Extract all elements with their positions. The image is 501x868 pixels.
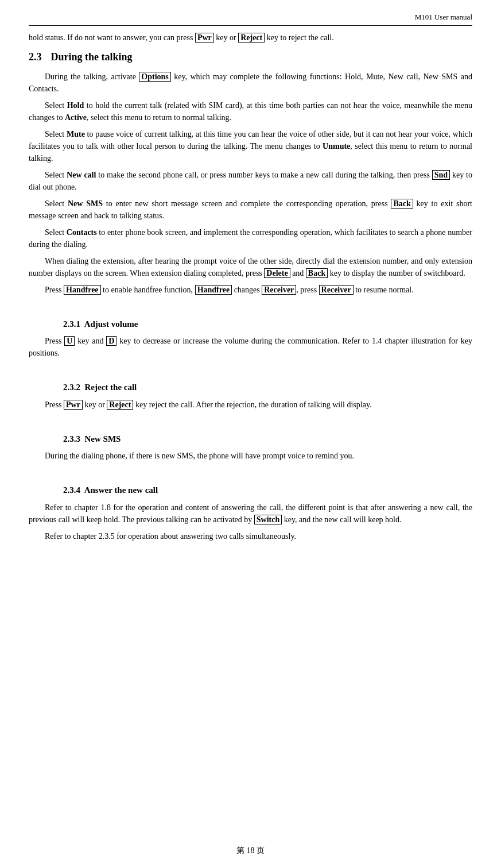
s232-p1-press: Press — [45, 400, 64, 409]
s231-p1-press: Press — [45, 337, 64, 345]
s23-p2-text2: , select this menu to return to normal t… — [87, 113, 231, 122]
page: M101 User manual hold status. If do not … — [0, 0, 501, 868]
s23-p1: During the talking, activate Options key… — [29, 71, 472, 95]
s234-p1-text2: key, and the new call will keep hold. — [282, 515, 401, 524]
intro-reject-key: Reject — [238, 33, 265, 43]
options-key: Options — [139, 72, 170, 82]
intro-middle1: key or — [214, 33, 238, 42]
footer-text: 第 18 页 — [236, 846, 265, 855]
d-key: D — [106, 336, 116, 346]
page-header: M101 User manual — [29, 11, 472, 26]
receiver-key-1: Receiver — [262, 285, 296, 295]
s234-p1: Refer to chapter 1.8 for the operation a… — [29, 501, 472, 526]
section-2-3-4-header: 2.3.4 Answer the new call — [63, 484, 472, 497]
s23-p3-select: Select — [45, 130, 67, 138]
s232-p1: Press Pwr key or Reject key reject the c… — [29, 399, 472, 411]
s23-p4-select: Select — [45, 171, 67, 179]
reject-key-1: Reject — [107, 400, 133, 410]
s23-p3: Select Mute to pause voice of current ta… — [29, 128, 472, 164]
pwr-key-1: Pwr — [64, 400, 83, 410]
s23-p5-select: Select — [45, 199, 68, 208]
intro-pwr-key: Pwr — [195, 33, 214, 43]
receiver-key-2: Receiver — [319, 285, 354, 295]
section-2-3-3-title: New SMS — [85, 434, 121, 443]
section-2-3-4-title: Answer the new call — [84, 485, 158, 495]
s23-p8-text1: to enable handfree function, — [101, 286, 195, 294]
s232-p1-text: key reject the call. After the rejection… — [133, 400, 371, 409]
s23-p6-select: Select — [45, 228, 67, 237]
delete-key: Delete — [264, 268, 290, 278]
s231-p1: Press U key and D key to decrease or inc… — [29, 335, 472, 359]
section-2-3-1-title: Adjust volume — [84, 319, 138, 329]
spacer-3 — [29, 415, 472, 423]
section-2-3-2-header: 2.3.2 Reject the call — [63, 381, 472, 394]
section-2-3-4-number: 2.3.4 — [63, 485, 80, 495]
spacer-2 — [29, 364, 472, 372]
s23-p5-newsms: New SMS — [68, 199, 103, 208]
s233-p1-text: During the dialing phone, if there is ne… — [45, 452, 354, 460]
section-2-3-1-header: 2.3.1 Adjust volume — [63, 318, 472, 331]
intro-text-before: hold status. If do not want to answer, y… — [29, 33, 195, 42]
s23-p3-unmute: Unmute — [323, 142, 350, 151]
section-2-3-2-title: Reject the call — [85, 383, 137, 392]
s23-p7-text2: key to display the number of switchboard… — [328, 269, 465, 277]
section-2-3-2-number: 2.3.2 — [63, 383, 80, 392]
s234-p2: Refer to chapter 2.3.5 for operation abo… — [29, 530, 472, 542]
snd-key: Snd — [432, 170, 450, 180]
s232-p1-or: key or — [83, 400, 107, 409]
s233-p1: During the dialing phone, if there is ne… — [29, 450, 472, 462]
u-key: U — [64, 336, 75, 346]
back-key-1: Back — [391, 199, 413, 209]
section-2-3-title: During the talking — [51, 49, 133, 65]
section-2-3-1-number: 2.3.1 — [63, 319, 80, 329]
s23-p8-changes: changes — [232, 286, 262, 294]
switch-key: Switch — [254, 515, 282, 524]
s23-p2: Select Hold to hold the current talk (re… — [29, 99, 472, 124]
header-title: M101 User manual — [415, 13, 472, 21]
s234-p1-text1: Refer to chapter 1.8 for the operation a… — [29, 503, 472, 524]
s23-p1-before: During the talking, activate — [45, 72, 139, 81]
page-footer: 第 18 页 — [0, 844, 501, 857]
s231-p1-and: key and — [75, 337, 106, 345]
intro-paragraph: hold status. If do not want to answer, y… — [29, 32, 472, 44]
handfree-key-1: Handfree — [64, 285, 101, 295]
s23-p8-press: Press — [45, 286, 64, 294]
back-key-2: Back — [306, 268, 328, 278]
handfree-key-2: Handfree — [195, 285, 232, 295]
s23-p3-mute: Mute — [67, 130, 85, 138]
s23-p2-select: Select — [45, 101, 67, 110]
s23-p4-newcall: New call — [67, 171, 96, 179]
s23-p2-active: Active — [65, 113, 87, 122]
s23-p7-and: and — [290, 269, 306, 277]
section-2-3-header: 2.3 During the talking — [29, 49, 472, 65]
s23-p6-contacts: Contacts — [67, 228, 97, 237]
spacer-1 — [29, 300, 472, 308]
intro-end: key to reject the call. — [265, 33, 334, 42]
s23-p2-hold: Hold — [67, 101, 84, 110]
s234-p2-text: Refer to chapter 2.3.5 for operation abo… — [45, 532, 296, 541]
s23-p8: Press Handfree to enable handfree functi… — [29, 284, 472, 296]
section-2-3-number: 2.3 — [29, 49, 42, 65]
s23-p5-text1: to enter new short message screen and co… — [103, 199, 391, 208]
s23-p4-text1: to make the second phone call, or press … — [96, 171, 432, 179]
s23-p6: Select Contacts to enter phone book scre… — [29, 226, 472, 250]
section-2-3-3-header: 2.3.3 New SMS — [63, 433, 472, 446]
spacer-4 — [29, 466, 472, 474]
s23-p5: Select New SMS to enter new short messag… — [29, 198, 472, 222]
s23-p7: When dialing the extension, after hearin… — [29, 255, 472, 279]
section-2-3-3-number: 2.3.3 — [63, 434, 80, 443]
s23-p8-press2: , press — [296, 286, 319, 294]
s23-p8-text2: to resume normal. — [354, 286, 414, 294]
s23-p4: Select New call to make the second phone… — [29, 169, 472, 193]
